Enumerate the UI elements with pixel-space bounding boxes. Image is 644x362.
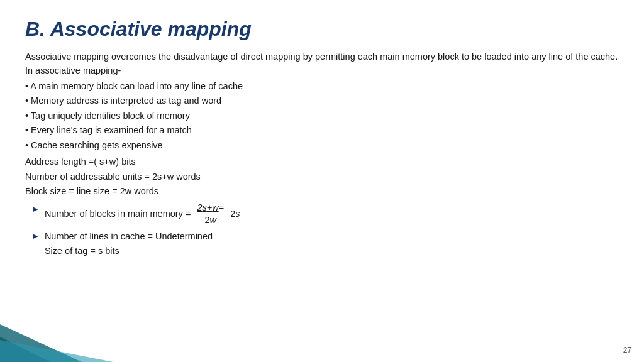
arrow-item-2: ► Number of lines in cache = Undetermine…	[31, 229, 619, 258]
fraction-1: 2s+w= 2w	[197, 202, 224, 226]
bullet-1: • A main memory block can load into any …	[25, 79, 619, 93]
arrow-text-1: Number of blocks in main memory = 2s+w= …	[45, 202, 240, 226]
bullet-list: • A main memory block can load into any …	[25, 79, 619, 152]
address-section: Address length =( s+w) bits Number of ad…	[25, 155, 619, 198]
block-size: Block size = line size = 2w words	[25, 184, 619, 198]
intro-text: Associative mapping overcomes the disadv…	[25, 50, 619, 78]
bullet-4: • Every line's tag is examined for a mat…	[25, 123, 619, 137]
slide-content: Associative mapping overcomes the disadv…	[25, 50, 619, 258]
arrow-text-2: Number of lines in cache = Undetermined …	[45, 229, 213, 258]
bullet-2: • Memory address is interpreted as tag a…	[25, 94, 619, 107]
corner-decoration	[0, 305, 138, 362]
slide: B. Associative mapping Associative mappi…	[0, 0, 644, 362]
slide-title: B. Associative mapping	[25, 18, 619, 41]
address-length: Address length =( s+w) bits	[25, 155, 619, 168]
arrow-item-1: ► Number of blocks in main memory = 2s+w…	[31, 202, 619, 226]
bullet-5: • Cache searching gets expensive	[25, 138, 619, 152]
arrow-icon-2: ►	[31, 230, 40, 243]
slide-number: 27	[623, 346, 631, 354]
svg-marker-2	[0, 340, 113, 362]
addressable-units: Number of addressable units = 2s+w words	[25, 170, 619, 184]
bullet-3: • Tag uniquely identifies block of memor…	[25, 109, 619, 123]
arrow-icon-1: ►	[31, 203, 40, 216]
